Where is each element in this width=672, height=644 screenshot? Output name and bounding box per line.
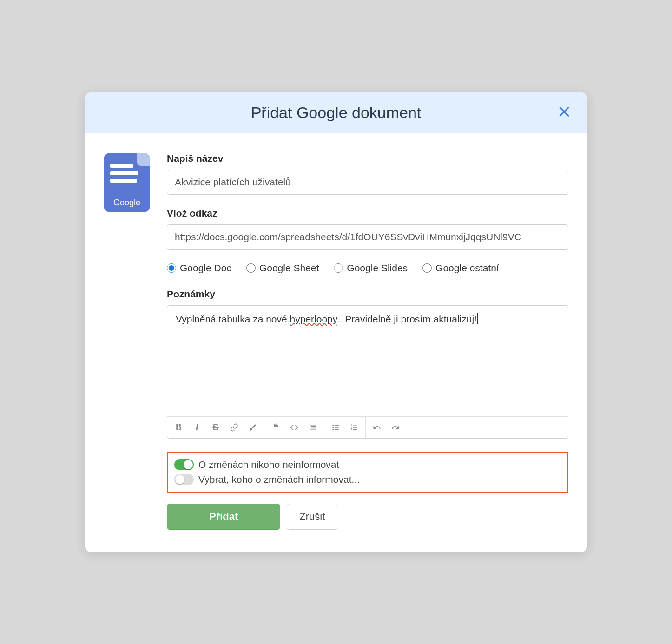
indent-button[interactable] (303, 420, 322, 435)
number-list-icon: 123 (350, 423, 358, 432)
notes-editor: Vyplněná tabulka za nové hyperloopy.. Pr… (167, 305, 568, 439)
svg-point-4 (332, 429, 334, 430)
link-group: Vlož odkaz (167, 208, 568, 250)
no-inform-switch[interactable] (174, 459, 194, 470)
notes-text-post: .. Pravidelně ji prosím aktualizuj! (337, 314, 477, 324)
link-button[interactable] (225, 420, 244, 435)
redo-icon (391, 423, 400, 432)
doc-icon-lines (110, 164, 144, 183)
modal-title: Přidat Google dokument (251, 104, 422, 122)
svg-text:3: 3 (351, 428, 352, 431)
bold-button[interactable]: B (169, 420, 188, 435)
doc-icon-label: Google (110, 198, 144, 208)
notes-label: Poznámky (167, 289, 568, 300)
no-inform-row: O změnách nikoho neinformovat (174, 457, 561, 472)
link-icon (230, 423, 238, 432)
form-column: Napiš název Vlož odkaz Google Doc Google… (167, 153, 568, 530)
strike-button[interactable]: S (206, 420, 225, 435)
radio-google-doc[interactable]: Google Doc (167, 263, 231, 274)
close-button[interactable] (554, 102, 574, 123)
notes-text-pre: Vyplněná tabulka za nové (176, 314, 290, 324)
title-group: Napiš název (167, 153, 568, 195)
italic-icon: I (195, 422, 199, 433)
svg-point-3 (332, 427, 334, 428)
editor-toolbar: B I S ❝ (167, 416, 568, 438)
icon-column: Google (104, 153, 150, 530)
select-inform-row: Vybrat, koho o změnách informovat... (174, 472, 561, 487)
modal-body: Google Napiš název Vlož odkaz Google Doc (85, 133, 587, 552)
add-google-document-modal: Přidat Google dokument Google Napiš náze… (85, 92, 587, 552)
no-inform-label: O změnách nikoho neinformovat (198, 459, 339, 470)
bullet-list-icon (331, 423, 340, 432)
cancel-button[interactable]: Zrušit (287, 504, 337, 530)
svg-rect-11 (353, 425, 357, 426)
svg-rect-13 (353, 429, 357, 430)
doc-type-radio-group: Google Doc Google Sheet Google Slides Go… (167, 263, 568, 274)
code-icon (290, 423, 298, 432)
svg-rect-6 (335, 427, 339, 428)
notify-switches-box: O změnách nikoho neinformovat Vybrat, ko… (167, 452, 568, 493)
radio-google-sheet-input[interactable] (246, 263, 256, 273)
radio-google-other-input[interactable] (422, 263, 432, 273)
notes-textarea[interactable]: Vyplněná tabulka za nové hyperloopy.. Pr… (167, 306, 568, 416)
brush-icon (249, 423, 257, 432)
svg-rect-7 (335, 429, 339, 430)
radio-google-other[interactable]: Google ostatní (422, 263, 499, 274)
title-input[interactable] (167, 170, 568, 195)
radio-google-doc-label: Google Doc (180, 263, 231, 274)
notes-text-err: hyperloopy (290, 314, 337, 324)
svg-rect-5 (335, 425, 339, 426)
notes-group: Poznámky Vyplněná tabulka za nové hyperl… (167, 289, 568, 439)
radio-google-slides[interactable]: Google Slides (334, 263, 408, 274)
indent-icon (309, 423, 317, 432)
radio-google-slides-label: Google Slides (347, 263, 408, 274)
radio-google-sheet-label: Google Sheet (259, 263, 319, 274)
button-row: Přidat Zrušit (167, 504, 568, 530)
close-icon (557, 105, 571, 119)
quote-button[interactable]: ❝ (266, 420, 285, 435)
strike-icon: S (212, 422, 218, 433)
bold-icon: B (175, 422, 181, 433)
brush-button[interactable] (244, 420, 262, 435)
text-cursor (477, 313, 478, 324)
radio-google-slides-input[interactable] (334, 263, 343, 273)
bullet-list-button[interactable] (326, 420, 345, 435)
select-inform-switch[interactable] (174, 474, 194, 485)
submit-button[interactable]: Přidat (167, 504, 280, 530)
italic-button[interactable]: I (188, 420, 206, 435)
radio-google-sheet[interactable]: Google Sheet (246, 263, 319, 274)
svg-rect-12 (353, 427, 357, 428)
number-list-button[interactable]: 123 (345, 420, 363, 435)
undo-icon (373, 423, 381, 432)
link-label: Vlož odkaz (167, 208, 568, 219)
code-button[interactable] (285, 420, 303, 435)
title-label: Napiš název (167, 153, 568, 164)
quote-icon: ❝ (273, 422, 278, 433)
link-input[interactable] (167, 224, 568, 250)
redo-button[interactable] (386, 420, 405, 435)
select-inform-label: Vybrat, koho o změnách informovat... (198, 474, 360, 485)
modal-header: Přidat Google dokument (85, 92, 587, 133)
google-doc-icon: Google (104, 153, 150, 212)
radio-google-doc-input[interactable] (167, 263, 176, 273)
undo-button[interactable] (368, 420, 386, 435)
radio-google-other-label: Google ostatní (435, 263, 499, 274)
svg-point-2 (332, 425, 334, 426)
